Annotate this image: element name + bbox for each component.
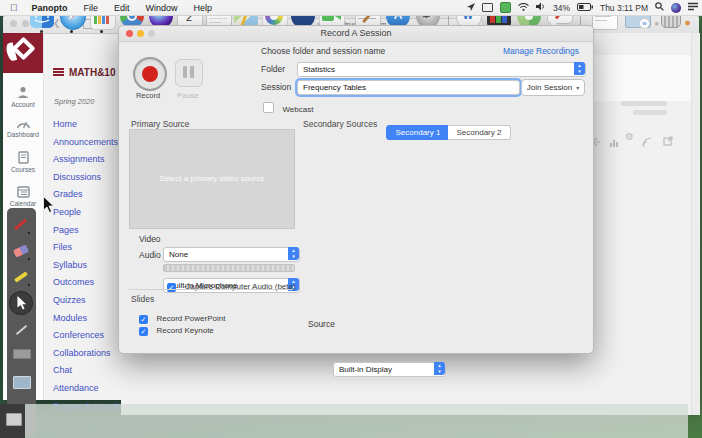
apple-icon[interactable]:  xyxy=(8,2,24,13)
record-icon xyxy=(142,66,158,82)
webcast-checkbox[interactable] xyxy=(263,102,274,113)
menu-left:  PanoptoFileEditWindowHelp xyxy=(0,2,220,13)
menu-item[interactable]: Panopto xyxy=(24,3,76,13)
mouse-cursor xyxy=(43,196,54,217)
courses-icon xyxy=(3,151,43,165)
red-pen-icon[interactable] xyxy=(12,216,31,235)
browser-close-icon[interactable] xyxy=(10,20,17,27)
rss-icon[interactable] xyxy=(642,133,653,151)
source-select[interactable]: Built-in Display ▴▾ xyxy=(333,362,446,377)
yvcc-logo[interactable] xyxy=(3,33,43,73)
tab-secondary-1[interactable]: Secondary 1 xyxy=(386,125,450,140)
course-nav-item[interactable]: Modules xyxy=(53,313,121,331)
dashboard-label: Dashboard xyxy=(7,131,39,138)
course-nav-item[interactable]: Announcements xyxy=(53,137,121,155)
account-icon xyxy=(3,85,43,100)
course-nav-item[interactable]: Outcomes xyxy=(53,277,121,295)
course-nav-item[interactable]: Grades xyxy=(53,189,121,207)
dialog-minimize-icon[interactable] xyxy=(137,30,144,37)
menu-status: 34% Thu 3:11 PM xyxy=(467,0,698,15)
menu-item[interactable]: Help xyxy=(186,3,221,13)
search-icon[interactable] xyxy=(655,2,664,13)
manage-recordings-link[interactable]: Manage Recordings xyxy=(503,46,579,56)
course-nav-list: HomeAnnouncementsAssignmentsDiscussionsG… xyxy=(53,119,121,412)
menu-clock[interactable]: Thu 3:11 PM xyxy=(600,3,648,13)
color-swatch-icon[interactable] xyxy=(12,344,31,363)
pause-icon xyxy=(183,66,187,78)
sidebar-item-account[interactable]: Account xyxy=(3,85,43,108)
course-nav-item[interactable]: Assignments xyxy=(53,154,121,172)
pointer-tool-icon[interactable] xyxy=(10,292,32,314)
dashboard-icon xyxy=(3,118,43,130)
sidebar-item-calendar[interactable]: Calendar xyxy=(3,185,43,207)
audio-label: Audio xyxy=(139,250,161,260)
course-nav-header: MATH&10 xyxy=(53,65,119,79)
pause-button xyxy=(175,59,203,87)
battery-icon xyxy=(577,3,593,13)
eraser-icon[interactable] xyxy=(12,242,31,261)
desktop: ❮ ❯ yvcc.instructure.com ● ⇪ ✹ ⚙ xyxy=(0,0,702,438)
stepper-icon: ▴▾ xyxy=(574,62,585,75)
tab-secondary-2[interactable]: Secondary 2 xyxy=(448,125,511,140)
video-label: Video xyxy=(139,234,161,244)
highlighter-icon[interactable] xyxy=(12,268,31,287)
session-input[interactable]: Frequency Tables xyxy=(297,80,520,95)
keynote-label: Record Keynote xyxy=(156,326,213,335)
notification-list-icon[interactable] xyxy=(688,2,698,13)
course-nav-item[interactable]: Files xyxy=(53,242,121,260)
minimized-window-icon[interactable] xyxy=(6,413,22,426)
record-label: Record xyxy=(129,91,167,100)
dock xyxy=(0,404,688,438)
course-nav-item[interactable]: People xyxy=(53,207,121,225)
course-nav-item[interactable]: Quizzes xyxy=(53,295,121,313)
video-select[interactable]: None ▴▾ xyxy=(163,247,300,262)
course-nav-item[interactable]: Pages xyxy=(53,225,121,243)
capture-audio-row[interactable]: ✓ Capture Computer Audio (beta) xyxy=(167,275,296,293)
menu-item[interactable]: File xyxy=(76,3,107,13)
course-nav-item[interactable]: Attendance xyxy=(53,383,121,401)
hamburger-icon[interactable] xyxy=(53,68,64,76)
dialog-titlebar: Record A Session xyxy=(119,26,593,42)
extension-icon[interactable]: ✹ xyxy=(684,19,691,28)
keynote-checkbox[interactable]: ✓ xyxy=(139,327,148,336)
record-keynote-row[interactable]: ✓ Record Keynote xyxy=(139,319,214,337)
primary-placeholder: Select a primary video source xyxy=(130,174,294,183)
faint-text-line xyxy=(621,101,667,106)
course-nav-item[interactable]: Syllabus xyxy=(53,260,121,278)
browser-minimize-icon[interactable] xyxy=(22,20,29,27)
dialog-header: Choose folder and session name xyxy=(261,46,385,56)
video-value: None xyxy=(169,250,188,259)
secondary-sources-title: Secondary Sources xyxy=(303,119,377,129)
session-value: Frequency Tables xyxy=(303,83,366,92)
account-label: Account xyxy=(11,101,35,108)
external-link-icon[interactable] xyxy=(663,132,673,150)
sidebar-item-courses[interactable]: Courses xyxy=(3,151,43,173)
bar-chart-icon[interactable] xyxy=(609,133,619,151)
course-nav-item[interactable]: Conferences xyxy=(53,330,121,348)
capture-audio-checkbox[interactable]: ✓ xyxy=(167,283,176,292)
menu-item[interactable]: Edit xyxy=(106,3,138,13)
sidebar-item-dashboard[interactable]: Dashboard xyxy=(3,118,43,138)
screen-recording-icon[interactable] xyxy=(500,2,511,13)
volume-icon[interactable] xyxy=(536,2,546,13)
gear-icon[interactable]: ⚙ xyxy=(625,131,634,142)
webcast-row[interactable]: Webcast xyxy=(263,98,313,116)
record-button[interactable] xyxy=(133,57,167,91)
display-icon[interactable] xyxy=(482,3,493,12)
screen-share-icon[interactable] xyxy=(12,372,31,391)
course-nav-item[interactable]: Chat xyxy=(53,365,121,383)
dialog-close-icon[interactable] xyxy=(126,30,133,37)
course-nav-item[interactable]: Discussions xyxy=(53,172,121,190)
location-arrow-icon[interactable] xyxy=(467,3,475,13)
join-session-button[interactable]: Join Session ▾ xyxy=(521,79,585,96)
course-nav-item[interactable]: Collaborations xyxy=(53,348,121,366)
siri-icon[interactable] xyxy=(671,3,681,13)
course-nav-item[interactable]: Home xyxy=(53,119,121,137)
primary-source-title: Primary Source xyxy=(131,119,190,129)
scrollbar[interactable] xyxy=(691,33,700,415)
fine-pen-icon[interactable] xyxy=(12,320,31,339)
join-session-label: Join Session xyxy=(527,83,572,92)
menu-item[interactable]: Window xyxy=(138,3,186,13)
wifi-icon[interactable] xyxy=(518,3,529,13)
folder-select[interactable]: Statistics ▴▾ xyxy=(297,62,586,77)
